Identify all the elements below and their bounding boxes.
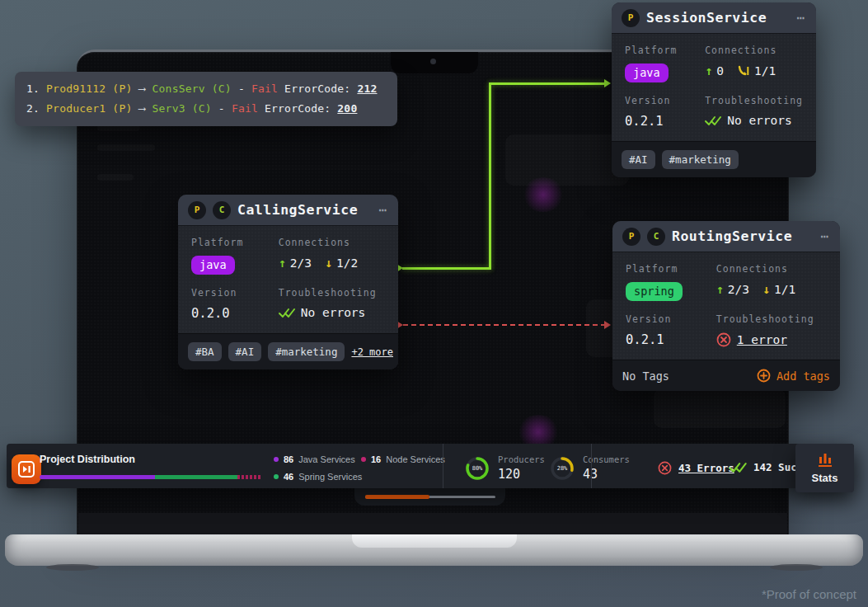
errors-stat[interactable]: 43 Errors <box>658 461 734 475</box>
log-consumer: ConsServ (C) <box>152 82 232 95</box>
arrow-up-icon: ↑ <box>716 282 724 297</box>
stats-label: Stats <box>812 472 838 484</box>
legend-dot <box>274 457 279 462</box>
tag-chip[interactable]: #AI <box>622 150 655 169</box>
arrow-up-icon: ↑ <box>705 64 712 78</box>
legend-spring: 46 Spring Services <box>274 472 362 482</box>
tag-chip[interactable]: #marketing <box>268 342 345 361</box>
arrow-up-icon: ↑ <box>279 256 286 271</box>
log-errorcode-link[interactable]: 200 <box>337 102 357 115</box>
long-arrow-icon: ⟶ <box>138 102 145 115</box>
app-logo-icon <box>17 460 35 478</box>
card-footer: #BA #AI #marketing +2 more <box>178 333 398 369</box>
producers-donut: 80% <box>464 455 490 482</box>
card-title: SessionService <box>646 10 790 26</box>
card-header: P C RoutingService ⋯ <box>612 221 840 252</box>
connector-red-end-arrow <box>604 321 611 329</box>
troubleshooting-label: Troubleshooting <box>705 95 803 106</box>
log-line: 1. Prod91112 (P) ⟶ ConsServ (C) - Fail E… <box>26 79 386 99</box>
laptop-base-notch <box>352 534 517 548</box>
tag-chip[interactable]: #marketing <box>662 150 739 169</box>
card-header: P SessionService ⋯ <box>612 2 816 34</box>
legend-name: Node Services <box>386 454 445 464</box>
log-seq: 1. <box>26 82 40 95</box>
consumers-pct: 28% <box>549 455 575 482</box>
loading-dock <box>354 488 505 506</box>
error-count-link[interactable]: 1 error <box>737 333 787 346</box>
connections-label: Connections <box>716 263 827 275</box>
version-label: Version <box>625 95 705 106</box>
card-title: RoutingService <box>672 228 814 244</box>
add-tags-button[interactable]: Add tags <box>757 369 830 383</box>
error-log-overlay: 1. Prod91112 (P) ⟶ ConsServ (C) - Fail E… <box>15 72 397 126</box>
consumer-badge-icon: C <box>647 228 665 246</box>
curved-down-arrow-icon <box>737 64 750 78</box>
troubleshooting-status: No errors <box>727 114 792 127</box>
no-tags-label: No Tags <box>622 369 750 383</box>
log-status: Fail <box>251 82 278 95</box>
version-value: 0.2.1 <box>625 114 705 129</box>
card-footer: #AI #marketing <box>612 141 816 177</box>
platform-label: Platform <box>626 263 716 275</box>
distribution-segment <box>237 475 262 479</box>
platform-label: Platform <box>191 237 279 248</box>
ghost-card <box>654 388 786 428</box>
ellipsis-menu-icon[interactable]: ⋯ <box>378 202 388 218</box>
distribution-bar <box>40 475 262 479</box>
legend-dot <box>274 474 279 479</box>
troubleshooting-label: Troubleshooting <box>279 287 385 299</box>
stats-button[interactable]: Stats <box>795 444 854 492</box>
version-label: Version <box>626 313 716 325</box>
card-header: P C CallingService ⋯ <box>178 195 398 226</box>
consumers-label: Consumers <box>583 454 630 464</box>
producers-pct: 80% <box>464 455 490 482</box>
platform-badge: java <box>625 64 669 82</box>
producer-badge-icon: P <box>622 228 640 246</box>
ellipsis-menu-icon[interactable]: ⋯ <box>820 228 830 244</box>
watermark: *Proof of concept <box>762 587 856 601</box>
consumers-value: 43 <box>583 467 630 482</box>
ghost-line <box>97 174 134 181</box>
platform-badge: spring <box>626 282 683 301</box>
legend-count: 46 <box>284 472 293 482</box>
connector-red-dashed <box>403 324 606 326</box>
producer-badge-icon: P <box>188 201 206 219</box>
producers-count: 2/3 <box>728 283 749 296</box>
connector-green-h1 <box>402 267 491 270</box>
log-line: 2. Producer1 (P) ⟶ Serv3 (C) - Fail Erro… <box>26 99 386 119</box>
log-errorcode-label: ErrorCode: <box>265 102 331 115</box>
platform-badge: java <box>191 256 235 275</box>
connector-green-h2 <box>490 82 606 85</box>
distribution-title: Project Distribution <box>40 454 135 465</box>
connector-green-end-arrow <box>604 79 611 87</box>
tag-chip[interactable]: #BA <box>188 342 222 361</box>
card-title: CallingService <box>237 202 372 218</box>
distribution-segment <box>155 475 237 479</box>
stats-chart-icon <box>817 452 833 468</box>
long-arrow-icon: ⟶ <box>138 82 145 95</box>
consumers-count: 1/2 <box>336 256 358 270</box>
service-card-session: P SessionService ⋯ Platform java Connect… <box>612 2 816 177</box>
more-tags-link[interactable]: +2 more <box>351 346 393 358</box>
log-errorcode-link[interactable]: 212 <box>357 82 377 95</box>
ellipsis-menu-icon[interactable]: ⋯ <box>796 10 806 26</box>
version-value: 0.2.0 <box>191 306 279 321</box>
producers-label: Producers <box>498 454 545 464</box>
connections-label: Connections <box>705 45 803 56</box>
error-circle-icon <box>658 461 672 475</box>
error-circle-icon <box>716 332 731 347</box>
errors-link[interactable]: 43 Errors <box>678 462 734 474</box>
legend-count: 86 <box>284 454 293 464</box>
log-sep: - <box>218 102 225 115</box>
card-body: Platform spring Connections ↑2/3 ↓1/1 Ve… <box>612 252 840 360</box>
log-consumer: Serv3 (C) <box>152 102 212 115</box>
legend-dot <box>361 457 366 462</box>
log-seq: 2. <box>26 102 40 115</box>
laptop-foot <box>46 564 99 571</box>
producer-badge-icon: P <box>622 9 640 27</box>
tag-chip[interactable]: #AI <box>228 342 262 361</box>
log-producer: Producer1 (P) <box>46 102 132 115</box>
laptop-foot <box>770 564 823 571</box>
troubleshooting-label: Troubleshooting <box>716 313 827 325</box>
app-logo[interactable] <box>12 454 41 484</box>
